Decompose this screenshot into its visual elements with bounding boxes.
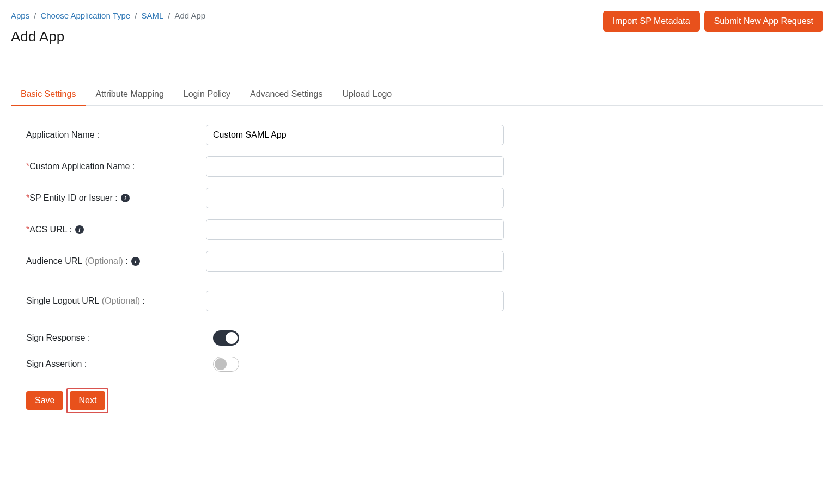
label-sign-response: Sign Response :: [26, 333, 206, 343]
label-sp-entity-id: *SP Entity ID or Issuer : i: [26, 193, 206, 203]
tab-basic-settings[interactable]: Basic Settings: [11, 84, 86, 106]
label-sign-assertion: Sign Assertion :: [26, 359, 206, 369]
breadcrumb-current: Add App: [174, 11, 205, 20]
info-icon[interactable]: i: [121, 194, 130, 202]
breadcrumb-separator: /: [34, 11, 36, 20]
label-audience-url: Audience URL (Optional) : i: [26, 256, 206, 266]
toggle-sign-assertion[interactable]: [213, 357, 239, 372]
input-application-name[interactable]: [206, 125, 504, 145]
tab-attribute-mapping[interactable]: Attribute Mapping: [86, 84, 173, 106]
next-highlight-box: Next: [66, 388, 108, 413]
tabs-container: Basic Settings Attribute Mapping Login P…: [11, 84, 823, 106]
label-acs-url: *ACS URL : i: [26, 225, 206, 235]
tab-upload-logo[interactable]: Upload Logo: [333, 84, 402, 106]
input-acs-url[interactable]: [206, 219, 504, 240]
submit-new-app-request-button[interactable]: Submit New App Request: [704, 11, 823, 32]
divider: [11, 67, 823, 67]
label-single-logout-url: Single Logout URL (Optional) :: [26, 296, 206, 306]
page-title: Add App: [11, 28, 205, 45]
info-icon[interactable]: i: [75, 225, 84, 234]
breadcrumb-choose-type[interactable]: Choose Application Type: [40, 11, 130, 20]
input-custom-application-name[interactable]: [206, 156, 504, 177]
input-sp-entity-id[interactable]: [206, 188, 504, 208]
label-application-name: Application Name :: [26, 130, 206, 140]
info-icon[interactable]: i: [131, 257, 140, 266]
import-sp-metadata-button[interactable]: Import SP Metadata: [603, 11, 700, 32]
tab-login-policy[interactable]: Login Policy: [174, 84, 240, 106]
input-audience-url[interactable]: [206, 251, 504, 272]
breadcrumb-separator: /: [168, 11, 170, 20]
breadcrumb-apps[interactable]: Apps: [11, 11, 29, 20]
input-single-logout-url[interactable]: [206, 291, 504, 311]
breadcrumb-separator: /: [135, 11, 137, 20]
save-button[interactable]: Save: [26, 391, 63, 410]
next-button[interactable]: Next: [70, 391, 105, 410]
breadcrumb: Apps / Choose Application Type / SAML / …: [11, 11, 205, 20]
tab-advanced-settings[interactable]: Advanced Settings: [240, 84, 332, 106]
breadcrumb-saml[interactable]: SAML: [141, 11, 163, 20]
label-custom-application-name: *Custom Application Name :: [26, 162, 206, 171]
toggle-sign-response[interactable]: [213, 330, 239, 346]
